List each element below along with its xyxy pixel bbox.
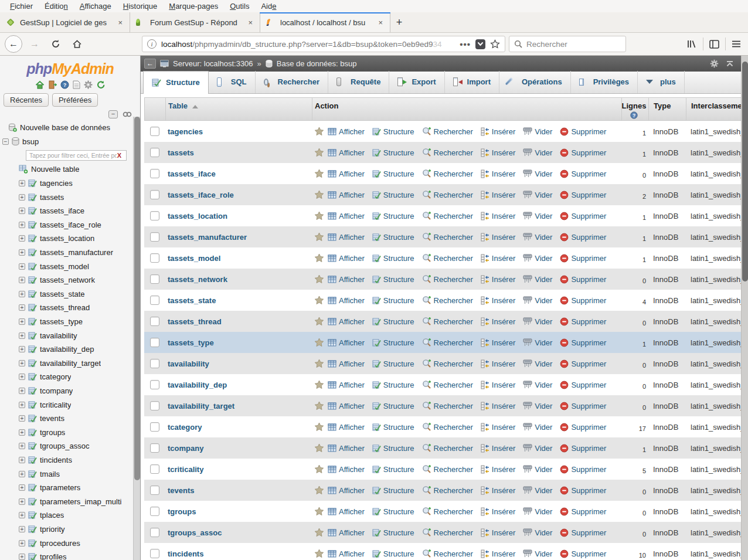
row-checkbox[interactable]	[150, 232, 159, 242]
favorite-star-icon[interactable]	[314, 528, 324, 537]
pma-tab[interactable]: plus	[638, 71, 685, 93]
action-drop[interactable]: Supprimer	[560, 486, 606, 495]
expand-icon[interactable]: +	[19, 235, 25, 242]
action-browse[interactable]: Afficher	[328, 254, 365, 263]
action-drop[interactable]: Supprimer	[560, 528, 606, 537]
action-structure[interactable]: Structure	[372, 317, 414, 326]
action-search[interactable]: Rechercher	[422, 148, 473, 157]
action-empty[interactable]: Vider	[523, 338, 552, 347]
action-empty[interactable]: Vider	[523, 233, 552, 242]
expand-icon[interactable]: +	[19, 415, 25, 422]
expand-icon[interactable]: +	[19, 374, 25, 380]
favorite-star-icon[interactable]	[314, 443, 324, 453]
tree-filter-input[interactable]	[26, 150, 127, 161]
table-name-link[interactable]: tassets_type	[168, 338, 214, 347]
tree-table-item[interactable]: + tassets_state	[2, 287, 140, 301]
action-empty[interactable]: Vider	[523, 191, 552, 199]
tree-table-item[interactable]: + tevents	[2, 412, 140, 426]
forward-button[interactable]: →	[26, 36, 43, 52]
action-structure[interactable]: Structure	[372, 338, 414, 347]
row-checkbox[interactable]	[150, 296, 159, 305]
action-empty[interactable]: Vider	[523, 444, 552, 453]
action-empty[interactable]: Vider	[523, 486, 552, 495]
action-insert[interactable]: Insérer	[481, 148, 515, 157]
pma-logo[interactable]: phpMyAdmin	[0, 56, 140, 77]
sidebars-icon[interactable]	[709, 40, 719, 49]
tree-table-item[interactable]: + tassets_location	[2, 232, 140, 246]
action-drop[interactable]: Supprimer	[560, 444, 606, 453]
action-search[interactable]: Rechercher	[422, 401, 473, 410]
action-drop[interactable]: Supprimer	[560, 465, 606, 474]
action-search[interactable]: Rechercher	[422, 443, 473, 453]
action-empty[interactable]: Vider	[523, 528, 552, 537]
tab-close-icon[interactable]: ×	[247, 18, 254, 27]
expand-icon[interactable]: +	[19, 471, 25, 477]
action-browse[interactable]: Afficher	[328, 444, 365, 453]
action-insert[interactable]: Insérer	[481, 549, 515, 558]
pma-tab[interactable]: Opérations	[499, 71, 571, 93]
action-browse[interactable]: Afficher	[328, 296, 365, 305]
reload-button[interactable]	[47, 36, 64, 52]
favorite-star-icon[interactable]	[314, 148, 324, 157]
favorite-star-icon[interactable]	[314, 422, 324, 432]
action-empty[interactable]: Vider	[523, 549, 552, 558]
tree-table-item[interactable]: + tprocedures	[2, 536, 140, 550]
gear-icon[interactable]	[84, 80, 93, 89]
expand-icon[interactable]: +	[19, 554, 25, 560]
table-name-link[interactable]: tgroups_assoc	[168, 528, 222, 537]
action-empty[interactable]: Vider	[523, 169, 552, 178]
action-insert[interactable]: Insérer	[481, 444, 515, 453]
action-browse[interactable]: Afficher	[328, 549, 365, 558]
favorite-star-icon[interactable]	[314, 296, 324, 305]
tree-new-table[interactable]: Nouvelle table	[2, 162, 140, 177]
tree-table-item[interactable]: + tprofiles	[2, 550, 140, 560]
action-drop[interactable]: Supprimer	[560, 381, 606, 389]
table-name-link[interactable]: tcompany	[168, 444, 203, 453]
expand-icon[interactable]: +	[19, 291, 25, 297]
table-name-link[interactable]: tavailability_dep	[168, 381, 227, 389]
tree-table-item[interactable]: + tparameters_imap_multi	[2, 494, 140, 508]
action-browse[interactable]: Afficher	[328, 381, 365, 389]
action-empty[interactable]: Vider	[523, 254, 552, 263]
action-structure[interactable]: Structure	[372, 296, 414, 305]
tree-table-item[interactable]: + tavailability_target	[2, 357, 140, 371]
menu-item[interactable]: Édition	[39, 1, 73, 12]
tree-table-item[interactable]: + tagencies	[2, 177, 140, 191]
expand-icon[interactable]: +	[19, 318, 25, 325]
tree-table-item[interactable]: + tassets	[2, 190, 140, 204]
back-button[interactable]: ←	[5, 35, 22, 53]
tree-table-item[interactable]: + tparameters	[2, 481, 140, 495]
action-insert[interactable]: Insérer	[481, 486, 515, 495]
sort-by-table-link[interactable]: Table	[168, 101, 188, 110]
action-drop[interactable]: Supprimer	[560, 233, 606, 242]
breadcrumb-database[interactable]: Base de données: bsup	[277, 59, 357, 68]
expand-icon[interactable]: +	[19, 208, 25, 214]
expand-icon[interactable]: +	[19, 443, 25, 449]
action-browse[interactable]: Afficher	[328, 402, 365, 410]
row-checkbox[interactable]	[150, 380, 159, 389]
action-search[interactable]: Rechercher	[422, 169, 473, 178]
tree-table-item[interactable]: + tcategory	[2, 370, 140, 384]
action-drop[interactable]: Supprimer	[560, 359, 606, 368]
action-search[interactable]: Rechercher	[422, 528, 473, 537]
url-bar[interactable]: i localhost/phpmyadmin/db_structure.php?…	[142, 36, 505, 52]
action-search[interactable]: Rechercher	[422, 232, 473, 242]
action-search[interactable]: Rechercher	[422, 380, 473, 389]
action-drop[interactable]: Supprimer	[560, 549, 606, 558]
action-browse[interactable]: Afficher	[328, 507, 365, 516]
action-empty[interactable]: Vider	[523, 275, 552, 284]
expand-icon[interactable]: +	[19, 304, 25, 311]
logout-door-icon[interactable]	[48, 80, 57, 89]
tree-table-item[interactable]: + tgroups	[2, 425, 140, 439]
action-browse[interactable]: Afficher	[328, 127, 365, 136]
expand-icon[interactable]: +	[19, 388, 25, 394]
row-checkbox[interactable]	[150, 169, 159, 178]
action-structure[interactable]: Structure	[372, 528, 414, 537]
table-name-link[interactable]: tassets_thread	[168, 317, 222, 326]
url-text[interactable]: localhost/phpmyadmin/db_structure.php?se…	[161, 40, 455, 49]
action-search[interactable]: Rechercher	[422, 274, 473, 284]
action-structure[interactable]: Structure	[372, 212, 414, 220]
action-drop[interactable]: Supprimer	[560, 254, 606, 263]
table-name-link[interactable]: tassets_iface_role	[168, 191, 234, 199]
favorite-star-icon[interactable]	[314, 549, 324, 558]
